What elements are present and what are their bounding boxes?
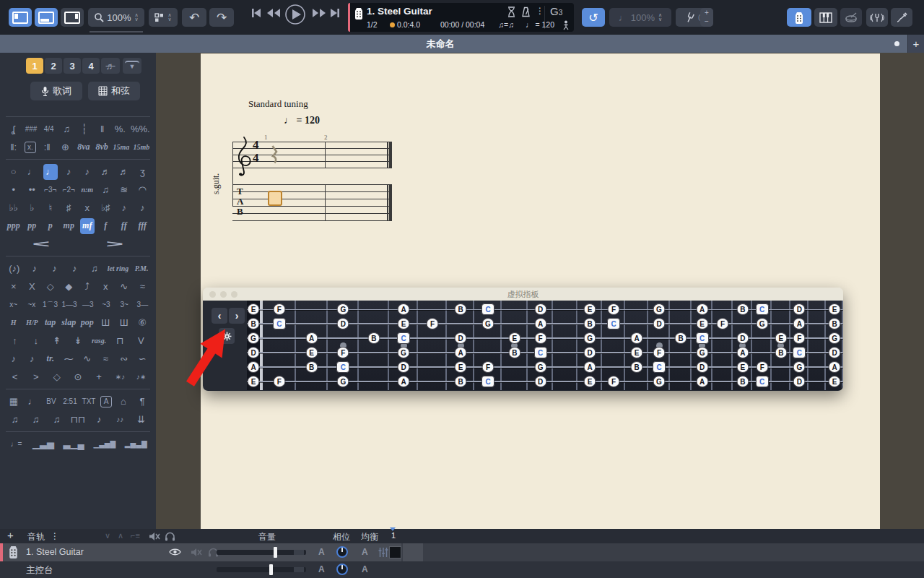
fret-note-B[interactable]: B [631,361,643,373]
fret-note-F[interactable]: F [608,376,620,387]
fret-note-F[interactable]: F [427,318,439,329]
palette-cell[interactable]: 15mb [134,139,150,155]
fret-note-E[interactable]: E [248,376,260,387]
tab-cursor[interactable] [268,191,282,206]
fret-note-G[interactable]: G [584,332,596,344]
fret-note-A[interactable]: A [736,347,749,358]
fret-note-C-root[interactable]: C [481,376,494,387]
track-visibility-eye-icon[interactable] [169,548,181,556]
transpose-stepper[interactable]: +− [700,8,713,27]
fret-note-F[interactable]: F [653,347,666,358]
fret-note-G[interactable]: G [696,347,708,358]
metronome-icon[interactable] [521,7,531,17]
palette-cell[interactable]: × [6,279,21,295]
fret-note-F[interactable]: F [608,303,620,315]
fret-note-C-root[interactable]: C [756,303,769,315]
palette-cell[interactable]: ♩ [43,164,58,180]
track-pan-knob[interactable] [336,546,348,558]
palette-cell[interactable]: ↑ [8,333,22,349]
fret-note-A[interactable]: A [793,318,806,329]
fret-note-B[interactable]: B [584,318,596,329]
fret-note-A[interactable]: A [829,361,841,373]
voice-2-button[interactable]: 2 [45,58,62,74]
palette-cell[interactable]: ♫ [59,121,74,137]
palette-cell[interactable]: ♬ [117,164,131,180]
volume-handle[interactable] [274,547,277,558]
redo-button[interactable]: ↷ [209,8,234,27]
palette-cell[interactable]: ◆ [61,279,76,295]
palette-cell[interactable]: ⊓⊓ [71,412,85,428]
palette-cell[interactable]: fff [135,218,149,234]
palette-cell[interactable]: ff [117,218,131,234]
palette-cell[interactable]: ♪ [117,200,131,216]
fret-note-A[interactable]: A [696,376,708,387]
fret-note-C-root[interactable]: C [273,318,286,329]
tuner-button[interactable] [866,8,888,27]
palette-cell[interactable]: ≋ [117,182,131,198]
palette-cell[interactable]: < [18,236,64,252]
fret-note-F[interactable]: F [273,376,285,387]
fret-note-B[interactable]: B [736,303,749,315]
fret-note-A[interactable]: A [584,361,596,373]
lyrics-button[interactable]: 歌词 [30,82,82,100]
palette-cell[interactable]: p [43,218,58,234]
tracks-menu-dots[interactable]: ⋮ [51,531,59,541]
fast-forward-button[interactable] [312,7,326,19]
palette-cell[interactable]: ⇊ [134,412,148,428]
palette-cell[interactable]: 1—3 [61,297,77,313]
fret-note-F[interactable]: F [793,332,806,344]
new-tab-button[interactable]: + [907,35,924,53]
palette-cell[interactable]: > [92,236,138,252]
palette-cell[interactable]: ◇ [50,369,64,385]
pan-automation-button[interactable]: A [362,547,368,557]
fretboard-prev-button[interactable]: ‹ [212,308,227,324]
zoom-control[interactable]: 100% ∧∨ [88,8,144,27]
fret-note-E[interactable]: E [584,303,596,315]
palette-cell[interactable]: ♭♯ [98,200,113,216]
fret-note-B[interactable]: B [248,318,260,329]
fret-note-D[interactable]: D [829,347,841,358]
palette-cell[interactable]: rasg. [92,333,106,349]
fret-note-E[interactable]: E [696,318,708,329]
palette-cell[interactable]: ♪ [92,412,106,428]
fret-note-G[interactable]: G [337,303,349,315]
chords-button[interactable]: 和弦 [88,82,140,100]
fret-note-G[interactable]: G [534,361,546,373]
palette-cell[interactable]: Ш [117,315,131,331]
palette-cell[interactable]: ≈ [135,279,149,295]
palette-cell[interactable]: ♩ [25,394,40,410]
fret-note-F[interactable]: F [534,332,546,344]
palette-cell[interactable]: —3 [81,297,95,313]
fret-note-E[interactable]: E [631,347,643,358]
fret-note-A[interactable]: A [631,332,643,344]
palette-cell[interactable]: ▦ [6,394,21,410]
palette-cell[interactable]: ¶ [135,394,149,410]
palette-cell[interactable]: mf [80,218,95,234]
playback-speed-control[interactable]: ♩100% ∧∨ [609,8,671,27]
palette-cell[interactable]: ♪ [61,164,76,180]
palette-cell[interactable]: ♪∗ [134,369,148,385]
palette-cell[interactable]: TXT [82,394,96,410]
timeline-cell[interactable] [403,543,423,561]
palette-cell[interactable]: ♫ [29,412,43,428]
palette-cell[interactable]: ♫ [50,412,64,428]
capo-indicator[interactable]: G3 [550,5,562,17]
fret-note-C-root[interactable]: C [607,318,620,329]
palette-cell[interactable]: ▂▅▃▇ [125,436,147,452]
palette-cell[interactable]: pop [80,315,95,331]
fret-note-F[interactable]: F [337,347,349,358]
fret-note-A[interactable]: A [248,361,260,373]
master-pan-automation[interactable]: A [362,564,368,574]
fret-note-G[interactable]: G [248,332,260,344]
hourglass-icon[interactable] [507,7,516,17]
virtual-keyboard-button[interactable] [814,8,837,27]
track-content-swatch[interactable] [389,546,401,558]
palette-cell[interactable]: 15ma [113,139,129,155]
palette-cell[interactable]: ♬ [98,164,113,180]
fret-note-D[interactable]: D [337,318,349,329]
add-track-button[interactable]: + [7,529,14,541]
palette-cell[interactable]: ◠ [135,182,149,198]
palette-cell[interactable]: ♩ [25,164,39,180]
palette-cell[interactable]: ♫ [8,412,22,428]
palette-cell[interactable]: ↓ [29,333,43,349]
